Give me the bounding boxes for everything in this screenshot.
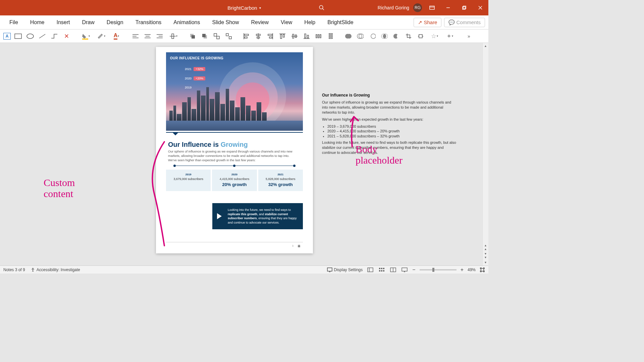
fill-color-icon[interactable]: ▾ <box>79 32 92 41</box>
minimize-icon[interactable] <box>442 0 454 15</box>
slideshow-view-icon[interactable] <box>401 267 408 273</box>
delete-icon[interactable]: ✕ <box>62 32 71 41</box>
status-notes[interactable]: Notes 3 of 9 <box>3 267 25 272</box>
ink-annotation-left: Custom content <box>44 177 75 199</box>
tab-home[interactable]: Home <box>24 15 51 29</box>
slide-canvas[interactable]: OUR INFLUENCE IS GROWING 2021+32% 2020+2… <box>0 43 482 265</box>
connector-icon[interactable] <box>50 32 59 41</box>
notes-page[interactable]: OUR INFLUENCE IS GROWING 2021+32% 2020+2… <box>156 47 313 253</box>
distribute-horiz-icon[interactable] <box>314 32 323 41</box>
vertical-scrollbar[interactable]: ▴ ▴▴ ▾▾ ▾ <box>482 43 488 265</box>
align-objects-top-icon[interactable] <box>278 32 287 41</box>
align-objects-center-icon[interactable] <box>254 32 263 41</box>
timeline <box>173 165 296 167</box>
scroll-up-icon[interactable]: ▴ <box>483 43 488 49</box>
svg-rect-76 <box>379 270 380 272</box>
svg-rect-50 <box>316 35 317 38</box>
page-heading: Our Influence is Growing <box>168 141 248 148</box>
display-settings-button[interactable]: Display Settings <box>327 267 363 272</box>
hero-image[interactable]: OUR INFLUENCE IS GROWING 2021+32% 2020+2… <box>166 52 303 131</box>
tab-slideshow[interactable]: Slide Show <box>206 15 245 29</box>
merge-fragment-icon[interactable] <box>368 32 377 41</box>
ungroup-icon[interactable] <box>224 32 233 41</box>
align-left-icon[interactable] <box>131 32 140 41</box>
comments-button[interactable]: 💬Comments <box>444 18 485 27</box>
maximize-icon[interactable] <box>458 0 470 15</box>
hero-title: OUR INFLUENCE IS GROWING <box>170 56 223 60</box>
zoom-in-button[interactable]: + <box>461 267 464 273</box>
svg-rect-69 <box>327 268 332 271</box>
tab-review[interactable]: Review <box>245 15 275 29</box>
animation-add-icon[interactable]: ✦▾ <box>443 32 456 41</box>
quick-access-toolbar: A ✕ ▾ ▾ A▾ ▾ ☆▾ ✦▾ » <box>0 29 488 43</box>
animation-icon[interactable]: ☆▾ <box>428 32 441 41</box>
align-objects-left-icon[interactable] <box>241 32 251 41</box>
distribute-vert-icon[interactable] <box>326 32 335 41</box>
merge-union-icon[interactable] <box>343 32 353 41</box>
outline-color-icon[interactable]: ▾ <box>95 32 107 41</box>
size-position-icon[interactable] <box>416 32 425 41</box>
crop-icon[interactable] <box>404 32 413 41</box>
scroll-down-icon[interactable]: ▾ <box>483 259 488 265</box>
reading-view-icon[interactable] <box>389 267 397 273</box>
svg-rect-75 <box>383 268 384 269</box>
sorter-view-icon[interactable] <box>378 267 385 273</box>
svg-point-60 <box>371 34 376 39</box>
align-right-icon[interactable] <box>155 32 164 41</box>
body-bullet-2: 2020 – 4,415,000 subscribers – 20% growt… <box>327 129 456 134</box>
normal-view-icon[interactable] <box>367 267 374 273</box>
zoom-out-button[interactable]: − <box>412 267 415 273</box>
fit-window-icon[interactable] <box>480 267 485 273</box>
merge-subtract-icon[interactable] <box>392 32 401 41</box>
tab-file[interactable]: File <box>3 15 24 29</box>
merge-intersect-icon[interactable] <box>380 32 389 41</box>
tab-view[interactable]: View <box>275 15 298 29</box>
avatar[interactable]: RG <box>413 3 422 12</box>
close-icon[interactable] <box>474 0 486 15</box>
share-button[interactable]: ↗Share <box>414 18 441 27</box>
overflow-icon[interactable]: » <box>464 32 474 41</box>
tab-animations[interactable]: Animations <box>167 15 206 29</box>
oval-icon[interactable] <box>25 32 35 41</box>
search-icon[interactable] <box>319 5 325 11</box>
align-center-icon[interactable] <box>143 32 152 41</box>
card-2019: 20193,679,000 subscribers <box>166 170 211 191</box>
chevron-down-icon: ▾ <box>259 6 261 10</box>
align-objects-bottom-icon[interactable] <box>302 32 311 41</box>
stat-cards: 20193,679,000 subscribers 20204,415,000 … <box>166 170 303 191</box>
user-name[interactable]: Richard Goring <box>378 5 409 10</box>
svg-rect-74 <box>381 268 382 269</box>
tab-insert[interactable]: Insert <box>50 15 76 29</box>
play-icon <box>217 213 222 219</box>
svg-rect-51 <box>318 35 319 38</box>
merge-combine-icon[interactable] <box>356 32 365 41</box>
scroll-double-down-icon[interactable]: ▾▾ <box>485 252 486 259</box>
line-icon[interactable] <box>38 32 47 41</box>
notes-body-placeholder[interactable]: Our Influence is Growing Our sphere of i… <box>322 93 456 157</box>
document-title[interactable]: BrightCarbon ▾ <box>227 5 261 11</box>
tab-brightslide[interactable]: BrightSlide <box>321 15 359 29</box>
svg-rect-25 <box>192 35 195 39</box>
scroll-double-up-icon[interactable]: ▴▴ <box>485 243 486 251</box>
status-accessibility[interactable]: Accessibility: Investigate <box>31 267 80 272</box>
svg-rect-9 <box>15 34 21 39</box>
group-icon[interactable] <box>212 32 221 41</box>
svg-rect-34 <box>245 37 247 38</box>
rectangle-icon[interactable] <box>13 32 23 41</box>
svg-rect-65 <box>419 35 422 38</box>
zoom-slider[interactable] <box>420 269 457 270</box>
send-backward-icon[interactable] <box>200 32 209 41</box>
font-color-icon[interactable]: A▾ <box>110 32 123 41</box>
zoom-level[interactable]: 49% <box>468 267 476 272</box>
align-objects-right-icon[interactable] <box>266 32 275 41</box>
body-heading: Our Influence is Growing <box>322 93 456 98</box>
bring-forward-icon[interactable] <box>188 32 197 41</box>
align-objects-middle-icon[interactable] <box>290 32 299 41</box>
tab-draw[interactable]: Draw <box>76 15 100 29</box>
tab-design[interactable]: Design <box>101 15 129 29</box>
tab-transitions[interactable]: Transitions <box>129 15 168 29</box>
ribbon-display-icon[interactable] <box>426 0 438 15</box>
vertical-align-icon[interactable]: ▾ <box>167 32 180 41</box>
tab-help[interactable]: Help <box>298 15 321 29</box>
textbox-icon[interactable]: A <box>3 33 11 40</box>
